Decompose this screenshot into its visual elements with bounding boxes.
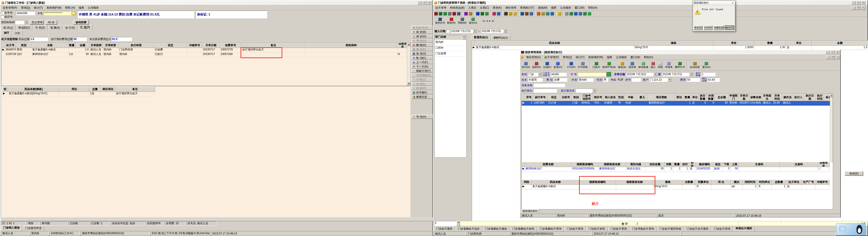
clock-icon[interactable] bbox=[72, 11, 76, 16]
column-header[interactable] bbox=[2, 43, 5, 48]
menu-item[interactable]: 项目管理(G) bbox=[524, 55, 542, 60]
menu-item[interactable]: 业务管理(P) bbox=[1, 5, 19, 10]
toolbar-icon[interactable] bbox=[497, 12, 500, 16]
column-header[interactable]: 诊断名称 bbox=[749, 94, 762, 101]
toolbar-icon[interactable] bbox=[565, 12, 568, 16]
column-header[interactable] bbox=[522, 94, 525, 101]
column-header[interactable]: 操作员 bbox=[782, 94, 793, 101]
column-header[interactable]: 冲销单号 bbox=[187, 43, 202, 48]
menu-item[interactable]: 查询(Q) bbox=[19, 5, 32, 10]
column-header[interactable]: 类别 bbox=[16, 43, 32, 48]
tab[interactable]: 汇 总(7) bbox=[78, 25, 92, 30]
menu-item[interactable]: 出库(C) bbox=[478, 5, 491, 10]
recordno-checkbox[interactable] bbox=[1, 16, 4, 19]
toolbar-button[interactable]: 修改(E) bbox=[617, 62, 627, 69]
tab[interactable]: 中 药(3) bbox=[33, 25, 48, 30]
menu-item[interactable]: 特殊药品(B) bbox=[448, 5, 466, 10]
toolbar-button[interactable]: 明细(M) bbox=[457, 17, 468, 25]
close-icon[interactable]: × bbox=[835, 51, 839, 54]
column-header[interactable]: 开单日期 bbox=[202, 43, 220, 48]
toolbar-button[interactable]: 发药(F3) bbox=[434, 17, 446, 25]
column-header[interactable]: 数量 bbox=[684, 94, 691, 101]
toolbar-icon[interactable] bbox=[434, 12, 438, 16]
titlebar[interactable]: 门诊医生工作站 - [门诊病人就诊] − □ × bbox=[0, 0, 432, 5]
column-header[interactable]: 细目用法 bbox=[101, 87, 115, 92]
close-icon[interactable]: × bbox=[861, 1, 865, 4]
column-header[interactable]: 处方号 bbox=[5, 43, 16, 48]
titlebar[interactable]: 门诊西药房管理子系统 - [科室处方领药] − □ × bbox=[433, 0, 868, 5]
menu-item[interactable]: 查询(Q) bbox=[561, 55, 574, 60]
total-combo[interactable]: 3 bbox=[434, 221, 457, 226]
column-header[interactable]: 次数量 bbox=[683, 180, 695, 185]
column-header[interactable]: 下限 bbox=[722, 162, 731, 167]
tab[interactable]: 普通药品(1) bbox=[471, 35, 491, 40]
column-header[interactable]: 药品名称 bbox=[532, 180, 579, 185]
menu-item[interactable]: 帮助(H) bbox=[642, 55, 655, 60]
close-icon[interactable]: × bbox=[732, 1, 734, 4]
tab[interactable]: 门诊毒麻处方修改 bbox=[483, 227, 509, 232]
toolbar-icon[interactable] bbox=[508, 12, 512, 16]
tab[interactable]: 门诊病人就诊 bbox=[1, 225, 22, 231]
column-header[interactable]: 备注 bbox=[242, 43, 305, 48]
cardno-input[interactable] bbox=[577, 72, 606, 76]
menu-item[interactable]: 系统维护(M) bbox=[586, 55, 605, 60]
nav-arrow[interactable]: ◀ bbox=[485, 19, 488, 23]
toolbar-icon[interactable] bbox=[464, 12, 468, 16]
toolbar-button[interactable]: 选项(O) bbox=[552, 62, 563, 69]
side-button[interactable]: ▤候 诊(G) bbox=[411, 34, 433, 38]
tab[interactable]: 麻醉药品(2) bbox=[491, 35, 510, 40]
dialog-ok-button[interactable]: 确定(O) bbox=[725, 25, 734, 30]
column-header[interactable]: 国家医保名称 bbox=[616, 180, 653, 185]
column-header[interactable]: 国家医保编码 bbox=[571, 162, 598, 167]
column-header[interactable]: 单价 bbox=[713, 41, 754, 46]
side-button[interactable]: ▣保 存(S) bbox=[411, 52, 433, 56]
toolbar-button[interactable]: 移动输液 bbox=[637, 62, 649, 69]
menu-item[interactable]: 公共模块 bbox=[614, 55, 628, 60]
menu-item[interactable]: 公共模块 bbox=[86, 5, 100, 10]
column-header[interactable]: 分组号 bbox=[560, 94, 571, 101]
exec-doctor-group-select[interactable]: ▼ bbox=[576, 89, 596, 93]
tab[interactable]: 诊 疗(5) bbox=[63, 25, 78, 30]
column-header[interactable]: 规格 bbox=[634, 41, 713, 46]
table-row[interactable]: ▶鼻部特殊治疗00310402025000(鼻部特殊治疗包括冷冻法、50111是… bbox=[522, 167, 830, 172]
column-header[interactable]: 门诊号 住院号 bbox=[581, 94, 593, 101]
settlement-button[interactable]: 诊间结算 bbox=[73, 20, 89, 25]
column-header[interactable]: 部位 bbox=[675, 94, 684, 101]
toolbar-button[interactable]: 执行(E) bbox=[521, 62, 531, 69]
column-header[interactable]: 执行 数量 bbox=[699, 94, 707, 101]
column-header[interactable]: 总量 bbox=[89, 87, 101, 92]
column-header[interactable]: 备注 bbox=[115, 87, 155, 92]
column-header[interactable]: 单位 bbox=[691, 94, 699, 101]
titlebar[interactable]: 医技管理系统 - [医技项目执行] − □ × bbox=[520, 50, 840, 55]
toolbar-icon[interactable] bbox=[579, 12, 582, 16]
column-header[interactable]: 用药时间 bbox=[743, 180, 757, 185]
column-header[interactable]: 数量 bbox=[754, 41, 786, 46]
toolbar-button[interactable]: 退出(X) bbox=[701, 62, 712, 69]
tab[interactable]: 门诊退号申请 bbox=[23, 226, 44, 231]
toolbar-button[interactable]: 新增子单(A) bbox=[601, 62, 617, 69]
column-header[interactable]: 开单 时间 bbox=[772, 94, 782, 101]
splitter[interactable] bbox=[1, 219, 433, 221]
tab[interactable]: 门诊处方退药 bbox=[434, 227, 455, 232]
cost-input[interactable]: 50 bbox=[686, 78, 700, 82]
department-row[interactable]: 肾内科 bbox=[435, 40, 466, 46]
toolbar-icon[interactable] bbox=[541, 12, 545, 16]
toolbar-button[interactable]: 医技单 bbox=[627, 62, 637, 69]
column-header[interactable]: 时间单位 bbox=[757, 180, 772, 185]
toolbar-icon[interactable] bbox=[569, 12, 573, 16]
maximize-icon[interactable]: □ bbox=[422, 1, 427, 4]
tab[interactable]: 门诊处方查询 bbox=[564, 227, 586, 232]
tab[interactable]: 西成药(2) bbox=[16, 25, 32, 30]
column-header[interactable]: 规格 bbox=[653, 180, 683, 185]
column-header[interactable]: 金额 bbox=[75, 43, 90, 48]
toolbar-icon[interactable] bbox=[485, 12, 489, 16]
minimize-icon[interactable]: − bbox=[417, 1, 422, 4]
column-header[interactable]: 次条码 bbox=[780, 162, 818, 167]
toolbar-icon[interactable] bbox=[448, 12, 452, 16]
column-header[interactable]: 执行 时间 bbox=[816, 94, 824, 101]
column-header[interactable]: 金额 bbox=[812, 41, 868, 46]
maximize-icon[interactable]: □ bbox=[856, 1, 861, 4]
date-to-select[interactable]: 2023年 7月17日▼ bbox=[480, 29, 507, 33]
exec-doctor-input[interactable] bbox=[533, 89, 557, 93]
referral-button[interactable]: 转 诊 bbox=[45, 20, 57, 25]
